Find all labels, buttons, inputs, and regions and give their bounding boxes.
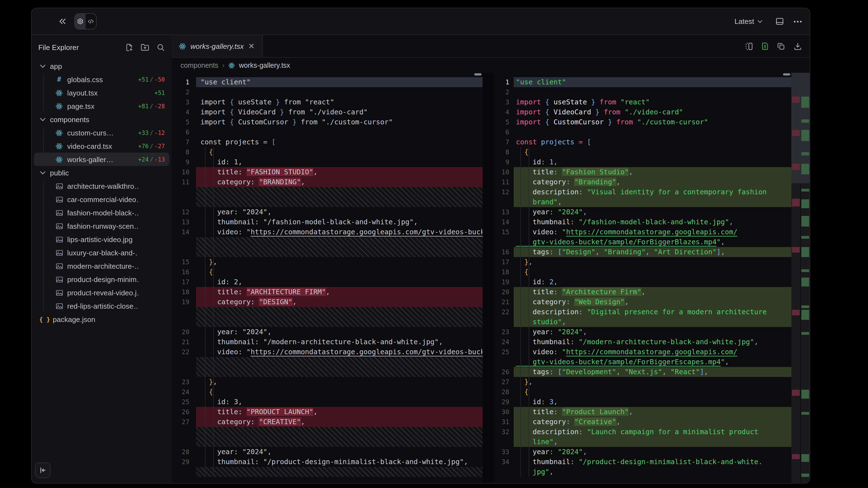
overview-addition-mark [801, 199, 809, 208]
collapse-sidebar-button[interactable] [35, 462, 51, 478]
scrollbar-thumb[interactable] [783, 73, 790, 75]
line-number: 3 [172, 97, 196, 107]
code-line: line", [494, 437, 793, 447]
code-line: 24 thumbnail: "/modern-architecture-blac… [494, 337, 793, 347]
new-file-icon[interactable] [125, 43, 133, 51]
line-number: 27 [172, 417, 196, 427]
file-item[interactable]: product-design-minim… [34, 272, 169, 286]
line-number: 6 [494, 127, 514, 137]
overview-deletion-mark [792, 247, 800, 253]
line-number [172, 367, 196, 377]
code-line [172, 467, 483, 477]
file-item[interactable]: lips-artistic-video.jpg [34, 233, 169, 246]
file-item[interactable]: luxury-car-black-and-… [34, 246, 169, 259]
file-item[interactable]: #globals.css+51/-50 [34, 73, 169, 86]
file-item[interactable]: architecture-walkthro… [34, 179, 169, 193]
split-view-icon[interactable] [745, 42, 753, 50]
overview-addition-mark [801, 278, 809, 287]
new-folder-icon[interactable] [141, 43, 149, 51]
code-line: 6 [172, 127, 483, 137]
line-number: 34 [494, 457, 514, 467]
line-number [494, 237, 514, 247]
code-line: 12 description: "Visual identity for a c… [494, 187, 793, 197]
code-line: 24 { [172, 387, 483, 397]
collapse-panel-icon[interactable] [58, 18, 67, 25]
line-number: 17 [172, 277, 196, 287]
overview-addition-mark [801, 269, 809, 272]
file-name: fashion-runway-scen… [67, 222, 138, 230]
folder-name: public [50, 168, 69, 177]
copy-icon[interactable] [777, 42, 785, 50]
preview-eye-icon[interactable] [75, 14, 86, 29]
file-item[interactable]: works-galler…+24/-13 [34, 153, 169, 166]
diff-removed: -12 [154, 129, 165, 136]
file-item[interactable]: fashion-model-black-… [34, 206, 169, 219]
code-line: 13 year: "2024", [494, 207, 793, 217]
file-item[interactable]: page.tsx+81/-28 [34, 99, 169, 113]
file-name: car-commercial-video… [67, 195, 138, 203]
code-line: gtv-videos-bucket/sample/ForBiggerEscape… [494, 357, 793, 367]
diff-pane-original[interactable]: 1"use client"23import { useState } from … [172, 73, 483, 484]
file-item[interactable]: video-card.tsx+76/-27 [34, 139, 169, 153]
line-number: 22 [172, 347, 196, 357]
folder-item[interactable]: public [34, 166, 169, 179]
code-view-icon[interactable] [86, 14, 96, 29]
diff-stats: +33/-12 [138, 129, 165, 136]
diff-added: +51 [138, 76, 149, 83]
code-line: 18 { [494, 267, 793, 277]
code-line [172, 247, 483, 257]
diff-stats: +81/-28 [138, 103, 165, 109]
diff-file-icon[interactable] [762, 42, 769, 50]
react-file-icon [55, 102, 63, 110]
diff-removed: -27 [154, 143, 165, 149]
close-tab-icon[interactable]: ✕ [248, 42, 255, 50]
diff-pane-modified[interactable]: 1"use client"23import { useState } from … [494, 73, 793, 484]
code-line: 17 id: 2, [172, 277, 483, 287]
code-line: 27 category: "CREATIVE", [172, 417, 483, 427]
code-line: 1"use client" [172, 77, 483, 87]
line-number [172, 307, 196, 317]
search-icon[interactable] [157, 43, 165, 51]
file-item[interactable]: red-lips-artistic-close… [34, 299, 169, 313]
line-number: 26 [494, 367, 514, 377]
panel-layout-icon[interactable] [775, 17, 784, 26]
folder-item[interactable]: app [34, 59, 169, 73]
line-number: 13 [494, 207, 514, 217]
file-item[interactable]: car-commercial-video… [34, 193, 169, 206]
file-name: product-reveal-video.j… [67, 288, 138, 297]
breadcrumb-folder[interactable]: components [181, 61, 218, 69]
line-number: 1 [494, 77, 514, 87]
file-item[interactable]: { }package.json [34, 313, 169, 326]
diff-overview-gutter[interactable] [792, 73, 810, 484]
pane-divider [483, 73, 494, 484]
file-item[interactable]: fashion-runway-scen… [34, 219, 169, 233]
image-file-icon [55, 209, 63, 216]
overview-deletion-mark [792, 199, 800, 206]
version-dropdown[interactable]: Latest [731, 17, 766, 26]
scrollbar-thumb[interactable] [474, 73, 482, 75]
overview-addition-mark [801, 152, 809, 156]
tab-works-gallery[interactable]: works-gallery.tsx ✕ [172, 35, 262, 57]
code-line: 2 [494, 87, 793, 97]
line-number: 23 [172, 377, 196, 387]
file-item[interactable]: custom-curs…+33/-12 [34, 126, 169, 139]
line-number: 29 [172, 457, 196, 467]
line-number: 32 [494, 427, 514, 437]
code-line: 27 }, [494, 377, 793, 387]
file-item[interactable]: product-reveal-video.j… [34, 286, 169, 299]
top-toolbar: Latest [32, 8, 810, 35]
sidebar-title: File Explorer [38, 43, 125, 51]
download-icon[interactable] [794, 42, 802, 50]
tab-label: works-gallery.tsx [190, 42, 244, 50]
breadcrumb-file[interactable]: works-gallery.tsx [239, 61, 290, 69]
folder-item[interactable]: components [34, 113, 169, 126]
more-options-icon[interactable] [794, 20, 802, 23]
css-file-icon: # [55, 75, 63, 83]
tab-bar: works-gallery.tsx ✕ [172, 35, 810, 58]
file-item[interactable]: layout.tsx+51 [34, 86, 169, 99]
file-item[interactable]: modern-architecture-… [34, 259, 169, 272]
diff-added: +24 [138, 156, 149, 163]
indent-guide [213, 147, 214, 477]
line-number [172, 357, 196, 367]
line-number [494, 467, 514, 477]
